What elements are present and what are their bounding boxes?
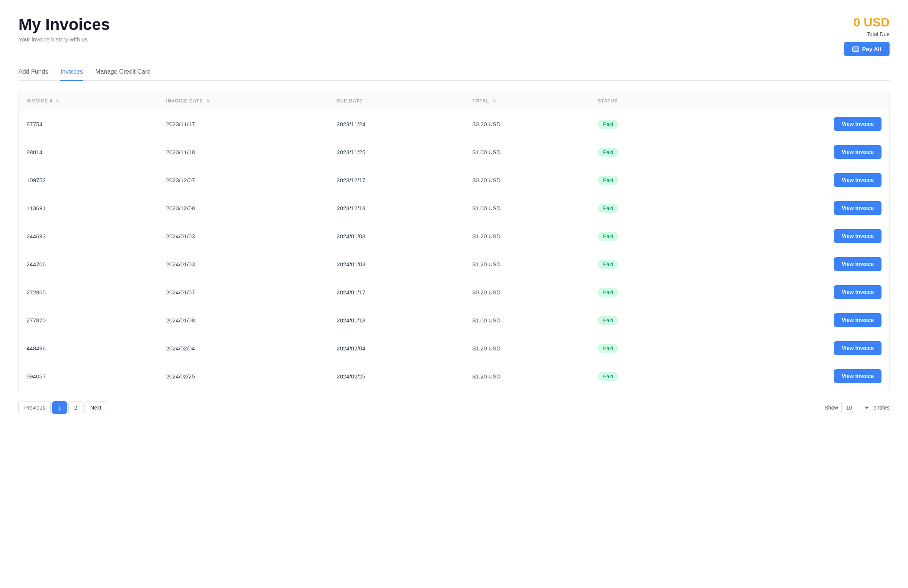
status-badge: Paid [598, 260, 618, 269]
cell-status: Paid [590, 334, 708, 362]
col-action [708, 92, 889, 110]
cell-total: $0.20 USD [465, 110, 590, 138]
table-row: 88014 2023/11/18 2023/11/25 $1.00 USD Pa… [19, 138, 889, 166]
header-section: My Invoices Your invoice history with us… [18, 15, 890, 56]
cell-action: View Invoice [708, 166, 889, 194]
cell-due-date: 2024/02/25 [329, 362, 465, 390]
cell-invoice-num: 272865 [19, 278, 158, 306]
cell-due-date: 2024/01/03 [329, 222, 465, 250]
total-amount: 0 USD [844, 15, 890, 30]
table-body: 87754 2023/11/17 2023/11/24 $0.20 USD Pa… [19, 110, 889, 390]
status-badge: Paid [598, 176, 618, 185]
table-row: 87754 2023/11/17 2023/11/24 $0.20 USD Pa… [19, 110, 889, 138]
status-badge: Paid [598, 120, 618, 129]
view-invoice-button[interactable]: View Invoice [834, 313, 881, 327]
view-invoice-button[interactable]: View Invoice [834, 145, 881, 159]
cell-invoice-date: 2024/01/07 [158, 278, 329, 306]
view-invoice-button[interactable]: View Invoice [834, 117, 881, 131]
cell-total: $1.20 USD [465, 222, 590, 250]
col-status[interactable]: STATUS ↕ [590, 92, 708, 110]
page-title: My Invoices [18, 15, 110, 34]
tab-add-funds[interactable]: Add Funds [18, 68, 48, 81]
col-total[interactable]: TOTAL ⇅ [465, 92, 590, 110]
sort-icon-due-date: ↕ [366, 99, 368, 103]
tabs-container: Add Funds Invoices Manage Credit Card [18, 68, 890, 81]
cell-invoice-date: 2023/12/08 [158, 194, 329, 222]
title-area: My Invoices Your invoice history with us [18, 15, 110, 43]
page-button-1[interactable]: 1 [52, 401, 67, 414]
cell-status: Paid [590, 138, 708, 166]
status-badge: Paid [598, 204, 618, 213]
cell-total: $1.00 USD [465, 194, 590, 222]
cell-invoice-date: 2024/02/04 [158, 334, 329, 362]
cell-invoice-num: 87754 [19, 110, 158, 138]
status-badge: Paid [598, 344, 618, 353]
cell-invoice-date: 2024/01/03 [158, 222, 329, 250]
view-invoice-button[interactable]: View Invoice [834, 257, 881, 271]
cell-total: $1.20 USD [465, 250, 590, 278]
cell-total: $1.20 USD [465, 362, 590, 390]
cell-status: Paid [590, 250, 708, 278]
col-invoice-num[interactable]: INVOICE # ⇅ [19, 92, 158, 110]
cell-status: Paid [590, 222, 708, 250]
page-subtitle: Your invoice history with us [18, 36, 110, 43]
cell-invoice-date: 2024/01/08 [158, 306, 329, 334]
table-header: INVOICE # ⇅ INVOICE DATE ⇅ DUE DATE ↕ TO… [19, 92, 889, 110]
cell-total: $0.20 USD [465, 166, 590, 194]
cell-due-date: 2023/12/18 [329, 194, 465, 222]
view-invoice-button[interactable]: View Invoice [834, 369, 881, 383]
table-row: 277870 2024/01/08 2024/01/18 $1.00 USD P… [19, 306, 889, 334]
cell-due-date: 2024/01/17 [329, 278, 465, 306]
cell-action: View Invoice [708, 110, 889, 138]
entries-select[interactable]: 10 25 50 100 [841, 402, 870, 413]
cell-invoice-date: 2024/02/25 [158, 362, 329, 390]
table-row: 244706 2024/01/03 2024/01/03 $1.20 USD P… [19, 250, 889, 278]
cell-action: View Invoice [708, 334, 889, 362]
cell-invoice-num: 594057 [19, 362, 158, 390]
pay-all-button[interactable]: Pay All [844, 42, 890, 56]
card-icon [852, 46, 859, 52]
status-badge: Paid [598, 316, 618, 325]
invoices-table: INVOICE # ⇅ INVOICE DATE ⇅ DUE DATE ↕ TO… [19, 92, 889, 390]
table-row: 113691 2023/12/08 2023/12/18 $1.00 USD P… [19, 194, 889, 222]
cell-status: Paid [590, 194, 708, 222]
view-invoice-button[interactable]: View Invoice [834, 229, 881, 243]
cell-invoice-date: 2023/11/17 [158, 110, 329, 138]
previous-button[interactable]: Previous [18, 401, 51, 414]
status-badge: Paid [598, 232, 618, 241]
col-invoice-date[interactable]: INVOICE DATE ⇅ [158, 92, 329, 110]
cell-action: View Invoice [708, 278, 889, 306]
cell-action: View Invoice [708, 362, 889, 390]
tab-invoices[interactable]: Invoices [60, 68, 83, 81]
cell-total: $1.20 USD [465, 334, 590, 362]
pagination-section: Previous 1 2 Next Show 10 25 50 100 entr… [18, 401, 890, 414]
total-label: Total Due [844, 31, 890, 37]
cell-total: $1.00 USD [465, 138, 590, 166]
cell-status: Paid [590, 278, 708, 306]
sort-icon-status: ↕ [621, 99, 623, 103]
invoices-table-container: INVOICE # ⇅ INVOICE DATE ⇅ DUE DATE ↕ TO… [18, 92, 890, 390]
cell-status: Paid [590, 306, 708, 334]
entries-section: Show 10 25 50 100 entries [825, 402, 890, 413]
status-badge: Paid [598, 372, 618, 381]
status-badge: Paid [598, 148, 618, 157]
next-button[interactable]: Next [85, 401, 107, 414]
page-button-2[interactable]: 2 [68, 401, 83, 414]
sort-icon-invoice-date: ⇅ [206, 99, 210, 104]
view-invoice-button[interactable]: View Invoice [834, 285, 881, 299]
view-invoice-button[interactable]: View Invoice [834, 341, 881, 355]
cell-due-date: 2024/01/18 [329, 306, 465, 334]
cell-action: View Invoice [708, 250, 889, 278]
pagination: Previous 1 2 Next [18, 401, 107, 414]
view-invoice-button[interactable]: View Invoice [834, 201, 881, 215]
cell-action: View Invoice [708, 306, 889, 334]
table-row: 244693 2024/01/03 2024/01/03 $1.20 USD P… [19, 222, 889, 250]
cell-status: Paid [590, 166, 708, 194]
tab-manage-credit-card[interactable]: Manage Credit Card [95, 68, 151, 81]
cell-invoice-num: 88014 [19, 138, 158, 166]
cell-invoice-date: 2024/01/03 [158, 250, 329, 278]
col-due-date[interactable]: DUE DATE ↕ [329, 92, 465, 110]
cell-due-date: 2024/02/04 [329, 334, 465, 362]
cell-invoice-date: 2023/12/07 [158, 166, 329, 194]
view-invoice-button[interactable]: View Invoice [834, 173, 881, 187]
